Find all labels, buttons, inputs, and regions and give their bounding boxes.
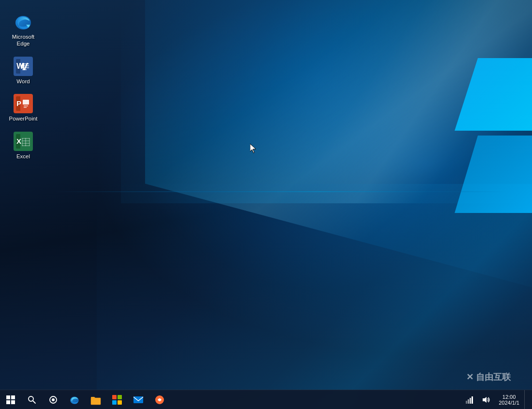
taskbar: 12:00 2024/1/1 (0, 390, 532, 409)
tray-show-desktop[interactable] (524, 390, 528, 409)
start-button[interactable] (0, 390, 21, 409)
svg-text:X: X (16, 137, 21, 145)
desktop-icon-edge[interactable]: Microsoft Edge (4, 10, 43, 49)
svg-rect-50 (472, 396, 473, 404)
watermark: ✕ 自由互联 (466, 369, 524, 385)
svg-rect-39 (91, 398, 101, 405)
svg-rect-43 (112, 400, 117, 405)
tray-clock[interactable]: 12:00 2024/1/1 (495, 390, 523, 409)
svg-rect-30 (6, 395, 10, 399)
powerpoint-icon: P (13, 93, 33, 114)
desktop: Microsoft Edge W (0, 0, 532, 409)
svg-text:W: W (16, 62, 24, 70)
svg-text:✕ 自由互联: ✕ 自由互联 (466, 372, 511, 382)
excel-icon: X (13, 131, 33, 151)
taskbar-apps (64, 390, 462, 409)
taskbar-app-extra[interactable] (149, 390, 170, 409)
svg-marker-51 (483, 397, 487, 403)
taskbar-app-explorer[interactable] (85, 390, 106, 409)
edge-icon-label: Microsoft Edge (6, 34, 41, 47)
svg-rect-47 (466, 401, 467, 404)
cortana-button[interactable] (43, 390, 64, 409)
clock-time: 12:00 (502, 394, 516, 400)
background-light-rays (0, 0, 532, 409)
tray-volume[interactable] (478, 390, 494, 409)
svg-rect-44 (118, 400, 122, 405)
search-button[interactable] (21, 390, 43, 409)
svg-rect-49 (470, 398, 471, 404)
system-tray: 12:00 2024/1/1 (462, 390, 532, 409)
svg-line-35 (33, 401, 35, 403)
svg-rect-45 (133, 396, 143, 403)
taskbar-app-edge[interactable] (64, 390, 85, 409)
excel-icon-label: Excel (16, 153, 30, 160)
svg-rect-31 (11, 395, 15, 399)
svg-rect-41 (112, 395, 117, 399)
svg-rect-33 (11, 400, 15, 404)
desktop-icon-powerpoint[interactable]: P PowerPoint (4, 91, 43, 124)
svg-point-37 (52, 398, 55, 401)
desktop-icon-word[interactable]: W W Word (4, 54, 43, 87)
svg-rect-16 (24, 107, 27, 108)
svg-rect-42 (118, 395, 122, 399)
clock-date: 2024/1/1 (499, 400, 519, 406)
taskbar-app-store[interactable] (106, 390, 128, 409)
edge-icon (13, 12, 33, 32)
svg-rect-15 (24, 106, 28, 106)
win-logo-top (455, 58, 532, 131)
word-icon-label: Word (16, 78, 30, 85)
svg-rect-32 (6, 400, 10, 404)
svg-rect-14 (23, 100, 29, 105)
taskbar-app-mail[interactable] (128, 390, 149, 409)
svg-text:P: P (16, 99, 21, 107)
powerpoint-icon-label: PowerPoint (9, 116, 38, 122)
win-logo-bottom (455, 136, 532, 213)
windows-logo-graphic (455, 58, 532, 213)
reflection-line (0, 191, 532, 192)
word-icon: W W (13, 56, 33, 76)
desktop-icons-container: Microsoft Edge W (0, 5, 46, 167)
desktop-icon-excel[interactable]: X Excel (4, 129, 43, 162)
tray-network[interactable] (462, 390, 477, 409)
svg-rect-48 (468, 399, 469, 404)
